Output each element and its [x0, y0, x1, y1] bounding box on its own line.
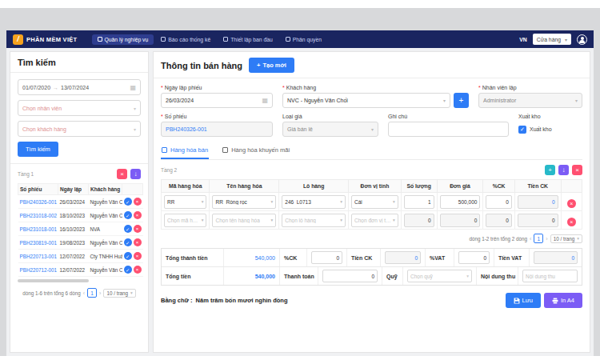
- next-page-button[interactable]: ›: [99, 290, 101, 296]
- prev-page-button[interactable]: ‹: [530, 236, 531, 242]
- receipt-id-link[interactable]: PBH231018-002: [18, 209, 58, 222]
- receipt-date: 12/07/2022: [58, 263, 89, 277]
- delete-receipt-button[interactable]: ×: [134, 238, 142, 246]
- select-receipt-button[interactable]: ✓: [124, 252, 132, 260]
- col-qty: Số lượng: [401, 180, 437, 193]
- receipt-id-link[interactable]: PBH231018-001: [18, 222, 58, 236]
- sale-info-panel: Thông tin bán hàng + Tạo mới *Ngày lập p…: [153, 51, 590, 353]
- receipt-id-link[interactable]: PBH230819-001: [18, 236, 58, 250]
- user-avatar[interactable]: [577, 34, 587, 45]
- tab-label: Hàng hóa khuyến mãi: [231, 146, 290, 154]
- store-select[interactable]: Cửa hàng ▾: [533, 34, 571, 45]
- item-price-input: 0: [440, 214, 481, 227]
- vat-pct-value: 0: [483, 255, 486, 261]
- select-receipt-button[interactable]: ✓: [124, 266, 132, 274]
- select-receipt-button[interactable]: ✓: [124, 211, 132, 219]
- item-unit-select[interactable]: Chọn đơn vị tính▾: [351, 214, 398, 227]
- nav-item-permissions[interactable]: Phân quyền: [280, 34, 327, 45]
- receipts-header-row: Số phiếu Ngày lập Khách hàng: [18, 184, 143, 195]
- vat-pct-input[interactable]: 0: [458, 251, 490, 264]
- item-price-input[interactable]: 500,000: [440, 195, 481, 209]
- item-price-value: 500,000: [458, 199, 478, 205]
- fund-select[interactable]: Chọn quỹ▾: [407, 270, 472, 282]
- item-name-select[interactable]: Chọn tên hàng hóa▾: [212, 214, 276, 227]
- receipts-pagination: dòng 1-6 trên tổng 6 dòng ‹ 1 › 10 / tra…: [18, 288, 141, 298]
- language-label[interactable]: VN: [519, 37, 526, 42]
- delete-item-button[interactable]: ×: [567, 199, 576, 208]
- item-unit-select[interactable]: Cái▾: [351, 195, 398, 209]
- receipt-row[interactable]: PBH220713-001 12/07/2022 Cty TNHH Huân T…: [18, 250, 143, 263]
- tab-goods-sold[interactable]: Hàng hóa bán: [161, 144, 209, 159]
- item-qty-input[interactable]: 1: [404, 195, 434, 209]
- select-receipt-button[interactable]: ✓: [124, 238, 132, 246]
- receipt-id-link[interactable]: PBH220713-001: [18, 250, 58, 263]
- clear-items-button[interactable]: ×: [572, 165, 582, 175]
- receipt-row[interactable]: PBH231018-002 18/10/2023 Nguyễn Văn Chối…: [18, 209, 143, 222]
- delete-receipt-button[interactable]: ×: [134, 225, 142, 233]
- customer-select[interactable]: NVC - Nguyễn Văn Chối ▾: [282, 93, 450, 108]
- nav-item-initial-setup[interactable]: Thiết lập ban đầu: [218, 34, 278, 45]
- delete-receipt-button[interactable]: ×: [134, 252, 142, 260]
- receipt-id-link[interactable]: PBH220712-001: [18, 263, 58, 277]
- price-type-value: Giá bán lẻ: [287, 126, 313, 132]
- prev-page-button[interactable]: ‹: [83, 290, 85, 296]
- create-new-button[interactable]: + Tạo mới: [249, 58, 294, 73]
- page-size-select[interactable]: 10 / trang ▾: [103, 289, 135, 298]
- receipt-row[interactable]: PBH230819-001 19/08/2023 Nguyễn Văn Chối…: [18, 236, 143, 250]
- export-items-button[interactable]: ↓: [558, 165, 569, 175]
- items-pagination: dòng 1-2 trên tổng 2 dòng ‹ 1 › 10 / tra…: [161, 234, 582, 243]
- add-row-button[interactable]: +: [545, 165, 555, 175]
- add-customer-button[interactable]: +: [454, 93, 469, 108]
- date-to-value[interactable]: 13/07/2024: [61, 85, 89, 90]
- next-page-button[interactable]: ›: [546, 236, 547, 242]
- grid-label: Tầng 1: [18, 171, 34, 177]
- page-number[interactable]: 1: [87, 288, 97, 298]
- delete-receipt-button[interactable]: ×: [134, 198, 142, 206]
- receipt-row[interactable]: PBH220712-001 12/07/2022 Nguyễn Văn Chối…: [18, 263, 143, 277]
- issue-date-value: 26/03/2024: [166, 98, 194, 103]
- receipt-row[interactable]: PBH240326-001 26/03/2024 Nguyễn Văn Chối…: [18, 195, 143, 209]
- export-stock-checkbox[interactable]: ✓: [518, 126, 526, 134]
- tab-promo-goods[interactable]: Hàng hóa khuyến mãi: [222, 144, 290, 159]
- date-range-picker[interactable]: 01/07/2020 → 13/07/2024 ▦: [18, 79, 141, 95]
- delete-receipt-button[interactable]: ×: [134, 266, 142, 274]
- delete-item-button[interactable]: ×: [567, 218, 576, 226]
- content-input[interactable]: Nội dung thu: [522, 270, 578, 282]
- item-discount-amount-input: 0: [518, 214, 558, 227]
- item-code-select[interactable]: RR▾: [164, 195, 206, 209]
- nav-item-business-management[interactable]: Quản lý nghiệp vụ: [92, 34, 154, 45]
- save-button[interactable]: Lưu: [506, 293, 541, 308]
- customer-select[interactable]: Chọn khách hàng ▾: [18, 121, 141, 137]
- item-lot-select[interactable]: 246_L0713▾: [282, 195, 346, 209]
- page-number[interactable]: 1: [534, 234, 543, 243]
- item-name-select[interactable]: RR_Ròng rọc▾: [212, 195, 276, 209]
- brand[interactable]: / PHẦN MỀM VIỆT: [13, 34, 78, 45]
- col-item-name: Tên hàng hóa: [210, 180, 279, 193]
- scrollbar-thumb[interactable]: [18, 279, 89, 282]
- receipt-row[interactable]: PBH231018-001 16/10/2023 NVA ✓×: [18, 222, 143, 236]
- clear-filter-button[interactable]: ×: [117, 169, 127, 179]
- page-size-select[interactable]: 10 / trang ▾: [550, 234, 582, 243]
- select-receipt-button[interactable]: ✓: [124, 198, 132, 206]
- item-discount-pct-input[interactable]: 0: [486, 195, 511, 209]
- required-mark: *: [161, 114, 163, 119]
- issue-date-input[interactable]: 26/03/2024 ▦: [161, 93, 273, 108]
- select-receipt-button[interactable]: ✓: [124, 225, 132, 233]
- close-icon: ×: [136, 267, 139, 272]
- item-lot-select[interactable]: Chọn lô hàng▾: [282, 214, 346, 227]
- discount-pct-input[interactable]: 0: [311, 251, 342, 264]
- payment-input[interactable]: 0: [322, 270, 378, 282]
- delete-receipt-button[interactable]: ×: [134, 211, 142, 219]
- caret-down-icon: ▾: [134, 126, 136, 132]
- employee-select[interactable]: Chọn nhân viên ▾: [18, 100, 141, 116]
- receipt-id-link[interactable]: PBH240326-001: [18, 195, 58, 209]
- date-from-value[interactable]: 01/07/2020: [22, 85, 50, 90]
- print-a4-button[interactable]: In A4: [544, 293, 582, 308]
- search-button[interactable]: Tìm kiếm: [18, 142, 58, 157]
- nav-item-reports[interactable]: Báo cáo thống kê: [155, 34, 216, 45]
- in-words-value: Năm trăm bốn mươi nghìn đồng: [196, 297, 288, 304]
- item-code-select[interactable]: Chọn mã hàng hóa▾: [164, 214, 206, 227]
- receipt-customer: Nguyễn Văn Chối: [89, 236, 122, 250]
- note-input[interactable]: [388, 122, 509, 137]
- export-excel-button[interactable]: ↓: [130, 169, 141, 179]
